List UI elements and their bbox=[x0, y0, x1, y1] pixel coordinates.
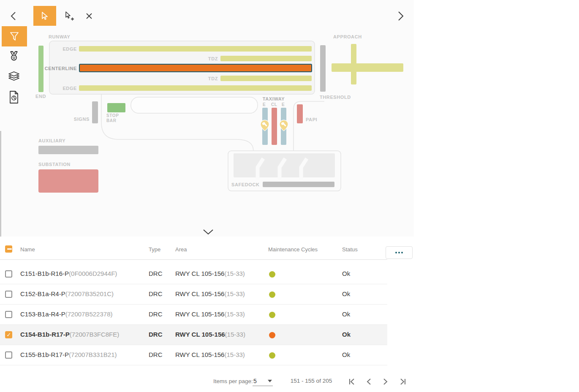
approach-bar-vertical[interactable] bbox=[351, 44, 356, 84]
asset-serial: (0F0006D2944F) bbox=[69, 270, 117, 277]
select-add-tool-button[interactable] bbox=[63, 10, 76, 23]
asset-type: DRC bbox=[149, 310, 163, 318]
edge-bottom-lights[interactable] bbox=[79, 85, 312, 91]
asset-type: DRC bbox=[149, 270, 163, 277]
col-name[interactable]: Name bbox=[20, 246, 35, 253]
stop-bar-label: STOPBAR bbox=[106, 113, 119, 123]
asset-area: RWY CL 105-156 bbox=[175, 351, 224, 358]
table-header: Name Type Area Maintenance Cycles Status bbox=[0, 245, 387, 260]
asset-serial: (72007B522378) bbox=[65, 310, 113, 318]
sidebar-filter-button[interactable] bbox=[2, 26, 27, 46]
cycle-status-dot bbox=[269, 332, 275, 338]
asset-serial: (72007B35201C) bbox=[65, 290, 114, 297]
signs-feature[interactable] bbox=[92, 101, 98, 123]
first-page-button[interactable] bbox=[347, 376, 357, 387]
items-per-page-select[interactable]: 5 bbox=[253, 377, 273, 386]
row-checkbox[interactable] bbox=[5, 291, 12, 298]
tdz-top-label: TDZ bbox=[201, 56, 218, 61]
asset-name: C154-B1b-R17-P bbox=[20, 331, 70, 338]
tdz-top-lights[interactable] bbox=[220, 56, 312, 61]
map-next-button[interactable] bbox=[395, 10, 406, 22]
sidebar-layers-button[interactable] bbox=[8, 70, 20, 84]
approach-bar-horizontal[interactable] bbox=[332, 63, 403, 72]
table-row[interactable]: C155-B1b-R17-P(72007B331B21) DRC RWY CL … bbox=[0, 345, 387, 365]
report-icon bbox=[8, 90, 19, 104]
end-label: END bbox=[35, 94, 46, 99]
taxiway-centerline-lights[interactable] bbox=[272, 108, 277, 145]
col-type[interactable]: Type bbox=[149, 246, 160, 253]
col-status[interactable]: Status bbox=[342, 246, 358, 253]
threshold-label: THRESHOLD bbox=[320, 95, 351, 100]
asset-name: C151-B1b-R16-P bbox=[20, 270, 69, 277]
more-options-icon bbox=[395, 252, 397, 253]
items-per-page-label: Items per page: bbox=[213, 378, 253, 384]
taxiway-label: TAXIWAY bbox=[257, 96, 291, 101]
previous-page-button[interactable] bbox=[364, 376, 374, 387]
asset-area: RWY CL 105-156 bbox=[175, 331, 225, 338]
col-area[interactable]: Area bbox=[175, 246, 187, 253]
centerline-lights-selected[interactable] bbox=[79, 64, 312, 72]
tdz-bottom-lights[interactable] bbox=[220, 76, 312, 81]
back-button[interactable] bbox=[8, 10, 19, 22]
substation-label: SUBSTATION bbox=[38, 162, 71, 167]
table-row[interactable]: C151-B1b-R16-P(0F0006D2944F) DRC RWY CL … bbox=[0, 264, 387, 284]
map-canvas[interactable]: RUNWAY END EDGE TDZ CENTERLINE TDZ EDGE … bbox=[0, 0, 414, 237]
threshold-feature[interactable] bbox=[320, 45, 326, 92]
filter-icon bbox=[9, 31, 19, 41]
safedock-feature[interactable] bbox=[263, 182, 334, 187]
pagination-range: 151 - 155 of 205 bbox=[288, 378, 334, 384]
asset-name: C152-B1a-R4-P bbox=[20, 290, 65, 297]
substation-feature[interactable] bbox=[38, 169, 98, 193]
signs-label: SIGNS bbox=[61, 117, 90, 122]
edge-top-lights[interactable] bbox=[79, 46, 312, 52]
auxiliary-feature[interactable] bbox=[38, 146, 98, 154]
select-all-checkbox[interactable] bbox=[5, 245, 12, 253]
sidebar-report-button[interactable] bbox=[8, 90, 20, 104]
asset-name: C153-B1a-R4-P bbox=[20, 310, 65, 318]
close-tool-button[interactable] bbox=[84, 11, 94, 21]
select-tool-button[interactable] bbox=[33, 6, 56, 26]
more-options-button[interactable] bbox=[386, 246, 413, 259]
asset-type: DRC bbox=[149, 290, 163, 297]
row-checkbox[interactable]: ✓ bbox=[5, 331, 12, 338]
asset-status: Ok bbox=[342, 331, 351, 338]
runway-label: RUNWAY bbox=[49, 34, 70, 39]
centerline-label: CENTERLINE bbox=[40, 66, 77, 71]
table-row-selected[interactable]: ✓ C154-B1b-R17-P(72007B3FC8FE) DRC RWY C… bbox=[0, 325, 387, 345]
asset-status: Ok bbox=[342, 290, 350, 297]
table-row[interactable]: C153-B1a-R4-P(72007B522378) DRC RWY CL 1… bbox=[0, 305, 387, 325]
layers-icon bbox=[8, 70, 20, 84]
next-page-button[interactable] bbox=[381, 376, 391, 387]
papi-feature[interactable] bbox=[297, 104, 303, 123]
cursor-icon bbox=[41, 11, 49, 21]
approach-label: APPROACH bbox=[333, 34, 362, 39]
cycle-status-dot bbox=[269, 271, 275, 278]
last-page-button[interactable] bbox=[397, 376, 408, 387]
sidebar-medal-button[interactable] bbox=[8, 50, 20, 63]
cycle-status-dot bbox=[269, 291, 275, 298]
asset-type: DRC bbox=[149, 331, 163, 338]
taxiway-lane-e2: E bbox=[282, 102, 285, 107]
chevron-down-icon bbox=[268, 380, 272, 382]
map-collapse-button[interactable] bbox=[201, 228, 215, 236]
table-row[interactable]: C152-B1a-R4-P(72007B35201C) DRC RWY CL 1… bbox=[0, 284, 387, 305]
row-checkbox[interactable] bbox=[5, 270, 12, 278]
asset-name: C155-B1b-R17-P bbox=[20, 351, 69, 358]
maintenance-pin-icon[interactable] bbox=[260, 120, 269, 131]
asset-area: RWY CL 105-156 bbox=[175, 310, 224, 318]
stop-bar-feature[interactable] bbox=[107, 103, 125, 112]
asset-serial: (72007B3FC8FE) bbox=[70, 331, 120, 338]
app-root: RUNWAY END EDGE TDZ CENTERLINE TDZ EDGE … bbox=[0, 0, 579, 392]
edge-bottom-label: EDGE bbox=[52, 86, 77, 91]
maintenance-pin-icon[interactable] bbox=[279, 120, 288, 131]
row-checkbox[interactable] bbox=[5, 351, 12, 359]
cycle-status-dot bbox=[269, 352, 275, 359]
safedock-label: SAFEDOCK bbox=[231, 182, 260, 187]
asset-status: Ok bbox=[342, 310, 350, 318]
asset-area: RWY CL 105-156 bbox=[175, 270, 224, 277]
asset-type: DRC bbox=[149, 351, 163, 358]
left-panel-edge bbox=[0, 131, 1, 237]
col-cycles[interactable]: Maintenance Cycles bbox=[268, 246, 318, 253]
row-checkbox[interactable] bbox=[5, 311, 12, 318]
asset-status: Ok bbox=[342, 351, 350, 358]
